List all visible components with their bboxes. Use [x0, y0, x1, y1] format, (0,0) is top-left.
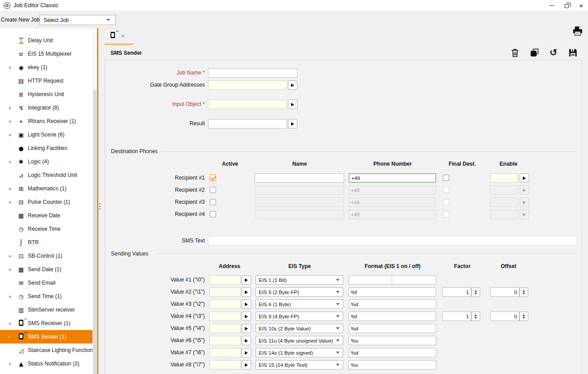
- chevron-right-icon[interactable]: ▶: [9, 133, 12, 137]
- sidebar-item-irtrans-receiver-1[interactable]: ▶⌖IRtrans Receiver (1): [0, 114, 93, 128]
- gate-group-addresses-input[interactable]: [208, 80, 287, 90]
- format-input[interactable]: [349, 348, 436, 357]
- delete-button[interactable]: [509, 47, 520, 58]
- sms-text-input[interactable]: [208, 236, 577, 246]
- tab-sms-sender[interactable]: ×: [105, 28, 133, 44]
- save-button[interactable]: [567, 47, 578, 58]
- name-input[interactable]: [255, 210, 344, 219]
- chevron-right-icon[interactable]: ▶: [9, 335, 12, 339]
- offset-input[interactable]: [490, 312, 519, 321]
- sidebar-item-partial[interactable]: ▪: [0, 370, 93, 374]
- format-input[interactable]: [349, 360, 436, 370]
- offset-spinner[interactable]: [519, 287, 528, 297]
- job-name-input[interactable]: [208, 68, 297, 78]
- chevron-right-icon[interactable]: ▶: [9, 187, 12, 191]
- chevron-right-icon[interactable]: ▶: [9, 254, 12, 258]
- format-input[interactable]: [349, 324, 436, 333]
- active-checkbox[interactable]: [210, 199, 216, 205]
- enable-object-input[interactable]: [490, 173, 518, 183]
- factor-spinner[interactable]: [471, 312, 480, 321]
- spinner-up-icon[interactable]: [522, 314, 525, 316]
- enable-select-button[interactable]: [520, 198, 529, 207]
- restore-button[interactable]: [563, 3, 570, 9]
- address-input[interactable]: [209, 275, 241, 285]
- spinner-down-icon[interactable]: [474, 317, 477, 319]
- format-input[interactable]: [349, 299, 436, 309]
- sidebar-item-logic-threshold-unit[interactable]: ⊿Logic Threshold Unit: [0, 168, 93, 182]
- factor-input[interactable]: [442, 312, 471, 321]
- phone-number-input[interactable]: [349, 198, 436, 207]
- sidebar-item-sb-control-1[interactable]: ▶⊡SB-Control (1): [0, 249, 93, 263]
- spinner-up-icon[interactable]: [474, 290, 477, 292]
- eis-type-select[interactable]: EIS 14s (1 Byte signed): [256, 348, 343, 357]
- reset-button[interactable]: ↺: [548, 47, 559, 58]
- address-select-button[interactable]: [242, 348, 251, 357]
- chevron-right-icon[interactable]: ▶: [9, 321, 12, 326]
- name-input[interactable]: [255, 185, 344, 195]
- chevron-right-icon[interactable]: ▶: [9, 268, 12, 272]
- address-select-button[interactable]: [242, 336, 251, 345]
- sidebar-item-mathematics-1[interactable]: ▶⊞Mathematics (1): [0, 182, 93, 195]
- gate-select-button[interactable]: [288, 80, 297, 90]
- address-select-button[interactable]: [242, 287, 251, 297]
- sidebar-item-linking-facilities[interactable]: ●Linking Facilities: [0, 141, 93, 155]
- spinner-down-icon[interactable]: [522, 317, 525, 319]
- eis-type-select[interactable]: EIS 10s (2 Byte Value): [256, 324, 343, 333]
- active-checkbox[interactable]: [210, 175, 216, 181]
- spinner-up-icon[interactable]: [522, 290, 525, 292]
- address-input[interactable]: [209, 324, 241, 333]
- enable-object-input[interactable]: [490, 210, 518, 219]
- chevron-right-icon[interactable]: ▶: [9, 106, 12, 110]
- enable-object-input[interactable]: [490, 198, 518, 207]
- address-select-button[interactable]: [242, 299, 251, 309]
- sidebar-item-receive-time[interactable]: ◷Receive Time: [0, 222, 93, 236]
- eis-type-select[interactable]: EIS 1 (1 Bit): [256, 275, 343, 285]
- enable-select-button[interactable]: [520, 210, 529, 219]
- chevron-right-icon[interactable]: ▶: [9, 200, 12, 204]
- address-input[interactable]: [209, 312, 241, 321]
- close-button[interactable]: ×: [578, 3, 584, 9]
- format-input[interactable]: [349, 312, 436, 321]
- eis-type-select[interactable]: EIS 6 (1 Byte): [256, 299, 343, 309]
- name-input[interactable]: [255, 173, 344, 183]
- chevron-right-icon[interactable]: ▶: [9, 160, 12, 164]
- phone-number-input[interactable]: [349, 210, 436, 219]
- format-input[interactable]: [349, 287, 436, 297]
- eis-type-select[interactable]: EIS 15 (14 Byte Text): [256, 360, 343, 370]
- sidebar-item-send-date-1[interactable]: ▶▦Send Date (1): [0, 263, 93, 276]
- sidebar-item-http-request[interactable]: ▤HTTP Request: [0, 74, 93, 88]
- eis-type-select[interactable]: EIS 5 (2 Byte FP): [256, 287, 343, 297]
- sidebar-item-receive-date[interactable]: ▦Receive Date: [0, 209, 93, 222]
- final-dest-checkbox[interactable]: [443, 211, 449, 217]
- eis-type-select[interactable]: EIS 11u (4 Byte unsigned Value): [256, 336, 343, 345]
- result-input[interactable]: [208, 119, 287, 128]
- phone-number-input[interactable]: [349, 185, 436, 195]
- sidebar-item-send-email[interactable]: ✉Send Email: [0, 276, 93, 290]
- offset-spinner[interactable]: [519, 312, 528, 321]
- address-select-button[interactable]: [242, 360, 251, 370]
- sidebar-item-eis-15-multiplexer[interactable]: ≡EIS 15 Multiplexer: [0, 47, 93, 61]
- name-input[interactable]: [255, 198, 344, 207]
- sidebar-item-sms-sender-1[interactable]: ▶SMS Sender (1): [0, 330, 93, 343]
- sidebar-item-slimserver-receiver[interactable]: ▥SlimServer receiver: [0, 303, 93, 317]
- splitter-handle[interactable]: [99, 203, 101, 210]
- chevron-right-icon[interactable]: ▶: [9, 362, 12, 366]
- input-object-input[interactable]: [208, 100, 287, 109]
- sidebar-item-pulse-counter-1[interactable]: ▶⊟Pulse Counter (1): [0, 195, 93, 209]
- format-on-input[interactable]: [349, 275, 392, 285]
- format-input[interactable]: [349, 336, 436, 345]
- sidebar-item-integrator-8[interactable]: ▶↯Integrator (8): [0, 101, 93, 114]
- phone-number-input[interactable]: [349, 173, 436, 183]
- format-off-input[interactable]: [392, 275, 436, 285]
- factor-input[interactable]: [442, 287, 471, 297]
- sidebar-item-rtr[interactable]: ⌡RTR: [0, 236, 93, 249]
- address-input[interactable]: [209, 299, 241, 309]
- enable-select-button[interactable]: [520, 185, 529, 195]
- sidebar-item-ekey-1[interactable]: ▶◉ekey (1): [0, 61, 93, 74]
- address-input[interactable]: [209, 360, 241, 370]
- tab-close-icon[interactable]: ×: [121, 33, 125, 39]
- print-button[interactable]: [572, 25, 584, 37]
- chevron-right-icon[interactable]: ▶: [9, 295, 12, 299]
- sidebar-item-hysteresis-unit[interactable]: ≣Hysteresis Unit: [0, 88, 93, 101]
- spinner-down-icon[interactable]: [474, 293, 477, 295]
